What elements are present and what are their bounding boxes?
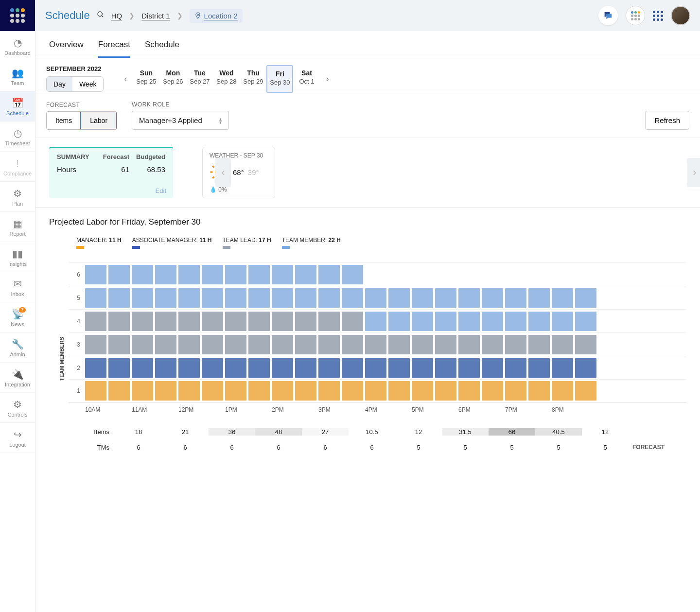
logout-icon: ↪ xyxy=(14,430,22,439)
svg-line-8 xyxy=(212,166,214,167)
chart-legend: MANAGER: 11 HASSOCIATE MANAGER: 11 HTEAM… xyxy=(76,237,686,249)
sidebar-item-controls[interactable]: ⚙Controls xyxy=(0,393,35,423)
inbox-icon: ✉ xyxy=(14,279,22,289)
chart-title: Projected Labor for Friday, September 30 xyxy=(49,217,686,227)
tab-overview[interactable]: Overview xyxy=(49,40,84,58)
x-tick: 11AM xyxy=(132,406,178,413)
filters: FORECAST Items Labor WORK ROLE Manager+3… xyxy=(35,93,700,138)
sidebar-item-compliance[interactable]: !Compliance xyxy=(0,152,35,182)
sidebar-item-report[interactable]: ▦Report xyxy=(0,212,35,242)
page-title: Schedule xyxy=(45,9,90,22)
forecast-labor-button[interactable]: Labor xyxy=(80,111,117,130)
search-icon[interactable] xyxy=(97,11,105,20)
svg-line-10 xyxy=(212,177,214,178)
view-toggle: Day Week xyxy=(46,76,104,92)
apps-grid-icon[interactable] xyxy=(653,11,663,21)
chart-row: 5 xyxy=(69,286,686,309)
breadcrumb-district[interactable]: District 1 xyxy=(141,12,170,20)
logo[interactable] xyxy=(0,0,35,31)
forecast-row: Items182136482710.51231.56640.512 xyxy=(88,424,686,439)
date-bar: SEPTEMBER 2022 Day Week ‹ SunSep 25MonSe… xyxy=(35,58,700,93)
topbar: Schedule HQ ❯ District 1 ❯ Location 2 xyxy=(35,0,700,31)
tab-forecast[interactable]: Forecast xyxy=(98,40,130,58)
tabs: OverviewForecastSchedule xyxy=(35,31,700,58)
tab-schedule[interactable]: Schedule xyxy=(145,40,179,58)
x-tick: 12PM xyxy=(178,406,225,413)
chart-row: 1 xyxy=(69,379,686,402)
refresh-button[interactable]: Refresh xyxy=(645,111,689,130)
sidebar-item-dashboard[interactable]: ◔Dashboard xyxy=(0,31,35,61)
schedule-icon: 📅 xyxy=(12,98,24,108)
report-icon: ▦ xyxy=(13,219,22,228)
compliance-icon: ! xyxy=(16,158,19,168)
summary-title: SUMMARY xyxy=(57,153,97,163)
legend-item: TEAM LEAD: 17 H xyxy=(223,237,271,249)
admin-icon: 🔧 xyxy=(12,339,24,349)
view-day[interactable]: Day xyxy=(47,77,72,91)
sidebar-item-admin[interactable]: 🔧Admin xyxy=(0,332,35,363)
forecast-items-button[interactable]: Items xyxy=(47,112,81,129)
breadcrumb-location[interactable]: Location 2 xyxy=(190,9,243,23)
sidebar-item-integration[interactable]: 🔌Integration xyxy=(0,363,35,393)
next-week-button[interactable]: › xyxy=(320,70,334,89)
sidebar-item-plan[interactable]: ⚙Plan xyxy=(0,182,35,212)
x-tick: 10AM xyxy=(85,406,132,413)
svg-line-1 xyxy=(102,16,103,17)
pin-icon xyxy=(194,12,201,19)
x-tick: 3PM xyxy=(318,406,365,413)
svg-point-0 xyxy=(98,12,102,16)
breadcrumb-hq[interactable]: HQ xyxy=(111,12,122,20)
controls-icon: ⚙ xyxy=(13,400,22,409)
chart-row: 6 xyxy=(69,262,686,286)
dashboard-icon: ◔ xyxy=(14,38,22,48)
view-week[interactable]: Week xyxy=(72,77,104,91)
summary-card: SUMMARY Forecast Budgeted Hours 61 68.53… xyxy=(49,147,173,198)
forecast-row: TMs66666655555FORECAST xyxy=(88,439,686,455)
chat-icon[interactable] xyxy=(598,6,618,25)
summary-edit-link[interactable]: Edit xyxy=(156,187,166,194)
cards-prev-button[interactable]: ‹ xyxy=(215,158,231,187)
droplet-icon: 💧 xyxy=(210,186,217,193)
workrole-select[interactable]: Manager+3 Applied ▴▾ xyxy=(132,111,229,130)
day-sep-28[interactable]: WedSep 28 xyxy=(213,65,240,93)
sidebar-item-logout[interactable]: ↪Logout xyxy=(0,423,35,453)
app-switcher-icon[interactable] xyxy=(626,6,645,25)
timesheet-icon: ◷ xyxy=(14,128,22,138)
legend-item: MANAGER: 11 H xyxy=(76,237,122,249)
sidebar-item-news[interactable]: 📡7News xyxy=(0,302,35,332)
avatar[interactable] xyxy=(671,6,690,25)
sidebar-item-team[interactable]: 👥Team xyxy=(0,61,35,91)
day-oct-1[interactable]: SatOct 1 xyxy=(293,65,320,93)
integration-icon: 🔌 xyxy=(12,369,24,379)
cards-next-button[interactable]: › xyxy=(687,158,700,187)
sidebar-item-timesheet[interactable]: ◷Timesheet xyxy=(0,122,35,152)
day-sep-29[interactable]: ThuSep 29 xyxy=(240,65,266,93)
x-tick: 4PM xyxy=(365,406,412,413)
sidebar-item-insights[interactable]: ▮▮Insights xyxy=(0,242,35,272)
chart-row: 3 xyxy=(69,332,686,356)
sidebar-item-inbox[interactable]: ✉Inbox xyxy=(0,272,35,302)
prev-week-button[interactable]: ‹ xyxy=(118,70,133,89)
x-tick: 6PM xyxy=(458,406,505,413)
plan-icon: ⚙ xyxy=(13,189,22,198)
x-tick: 7PM xyxy=(505,406,552,413)
insights-icon: ▮▮ xyxy=(12,249,23,259)
x-tick: 1PM xyxy=(225,406,272,413)
x-tick: 5PM xyxy=(412,406,458,413)
news-icon: 📡7 xyxy=(12,309,24,319)
day-sep-27[interactable]: TueSep 27 xyxy=(186,65,213,93)
x-tick: 2PM xyxy=(272,406,318,413)
weather-card: WEATHER - SEP 30 68° 39° 💧 0% xyxy=(202,147,275,198)
sidebar-item-schedule[interactable]: 📅Schedule xyxy=(0,91,35,122)
forecast-filter-label: FORECAST xyxy=(46,102,117,108)
day-sep-26[interactable]: MonSep 26 xyxy=(159,65,186,93)
day-sep-30[interactable]: FriSep 30 xyxy=(266,65,293,93)
y-axis-label: TEAM MEMBERS xyxy=(59,337,65,381)
day-sep-25[interactable]: SunSep 25 xyxy=(133,65,159,93)
svg-point-2 xyxy=(197,14,198,16)
sidebar: ◔Dashboard👥Team📅Schedule◷Timesheet!Compl… xyxy=(0,0,35,612)
chart-row: 2 xyxy=(69,356,686,379)
chevron-right-icon: ❯ xyxy=(129,12,135,19)
chevron-right-icon: ❯ xyxy=(177,12,183,19)
team-icon: 👥 xyxy=(12,68,24,78)
